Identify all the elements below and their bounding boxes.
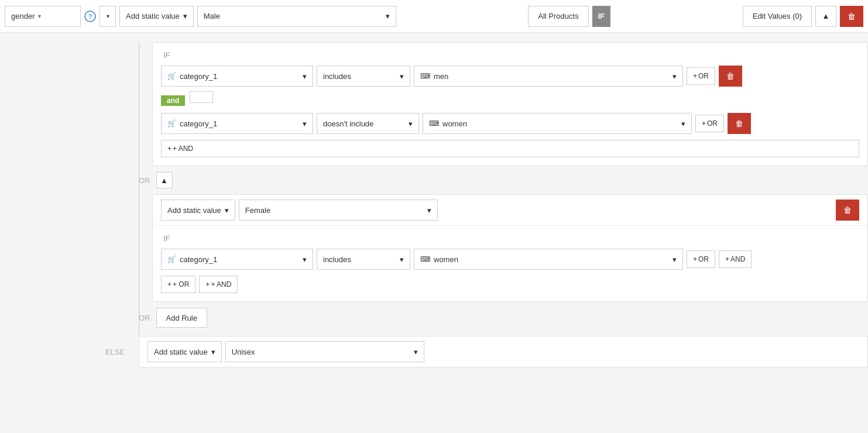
and-btn-label: + AND [173,145,193,153]
else-label: ELSE [105,348,125,356]
or2-content: OR Add Rule [139,308,207,328]
or-button-1[interactable]: + OR [687,67,715,85]
add-static-value-button[interactable]: Add static value ▾ [119,6,194,27]
page-container: gender ▾ ? ▾ Add static value ▾ Male ▾ A… [0,0,868,433]
top-header-row: gender ▾ ? ▾ Add static value ▾ Male ▾ A… [0,0,868,33]
cart-icon: 🛒 [167,255,176,263]
chevron-down-icon: ▾ [400,255,404,264]
operator-1-label: includes [323,72,351,81]
field-select-3[interactable]: 🛒 category_1 ▾ [161,249,313,270]
plus-icon: + [167,280,171,288]
rule-block-1: IF 🛒 category_1 ▾ includes ▾ [0,42,868,166]
bottom-or-button[interactable]: + + OR [161,276,195,293]
or-btn-label: OR [698,72,709,80]
add-and-row-1: + + AND [161,140,859,157]
chevron-down-icon: ▾ [400,72,404,81]
condition-row-1: 🛒 category_1 ▾ includes ▾ ⌨ men [161,66,859,87]
chevron-down-icon: ▾ [681,119,685,128]
or-label-1: OR [139,176,150,185]
value-1-label: men [434,72,448,81]
left-spacer-2 [0,194,152,302]
operator-3-label: includes [323,255,351,264]
rules-container: IF 🛒 category_1 ▾ includes ▾ [0,42,868,367]
or-separator-2: OR Add Rule [0,302,868,334]
delete-icon: 🗑 [726,71,735,81]
chevron-down-icon: ▾ [303,255,307,264]
add-and-button-1[interactable]: + + AND [161,140,859,157]
field-select-2[interactable]: 🛒 category_1 ▾ [161,113,313,134]
chevron-down-icon: ▾ [303,72,307,81]
bottom-or-and-row: + + OR + + AND [161,276,859,293]
add-static-else-button[interactable]: Add static value ▾ [147,341,222,362]
info-icon[interactable]: ? [84,11,96,22]
delete-icon: 🗑 [843,205,852,215]
add-static-else-label: Add static value [154,348,208,356]
operator-select-2[interactable]: doesn't include ▾ [317,113,419,134]
operator-select-3[interactable]: includes ▾ [317,249,410,270]
chevron-down-icon: ▾ [107,13,109,19]
field-select-1[interactable]: 🛒 category_1 ▾ [161,66,313,87]
plus-icon: + [693,72,697,80]
and-label: + AND [211,280,231,288]
delete-rule-button[interactable]: 🗑 [840,6,863,27]
all-products-button[interactable]: All Products [528,6,588,27]
value-2-label: women [442,119,467,128]
else-block: ELSE Add static value ▾ Unisex ▾ [0,336,868,367]
value-female-select[interactable]: Female ▾ [239,200,438,221]
chevron-down-icon: ▾ [673,72,677,81]
add-static-value-button-2[interactable]: Add static value ▾ [161,200,235,221]
delete-icon: 🗑 [848,12,856,21]
delete-rule-2-button[interactable]: 🗑 [836,200,859,221]
chevron-down-icon: ▾ [303,119,307,128]
add-rule-label: Add Rule [166,314,197,322]
if-label-2: IF [161,234,859,243]
or-btn-label: OR [698,255,709,263]
keyboard-icon: ⌨ [420,72,430,80]
operator-2-label: doesn't include [323,119,373,128]
delete-condition-1-button[interactable]: 🗑 [719,66,742,87]
value-female-label: Female [245,206,270,215]
collapse-button[interactable]: ▲ [815,6,836,27]
and-button-inline[interactable]: + AND [719,250,752,268]
field-select-gender[interactable]: gender ▾ [5,6,81,27]
expand-button[interactable]: ▾ [100,6,116,27]
or-separator-1: OR ▲ [0,166,868,194]
chevron-down-icon: ▾ [409,119,413,128]
and-badge: and [161,95,185,106]
chevron-down-icon: ▾ [673,255,677,264]
or-button-2[interactable]: + OR [695,115,724,132]
plus-icon: + [702,119,706,128]
rule-2-header: Add static value ▾ Female ▾ 🗑 [153,195,867,226]
plus-icon: + [167,145,171,153]
bottom-and-button[interactable]: + + AND [199,276,238,293]
keyboard-icon: ⌨ [420,255,430,263]
condition-row-3: 🛒 category_1 ▾ includes ▾ ⌨ [161,249,859,270]
delete-icon: 🗑 [735,119,743,128]
chevron-down-icon: ▾ [38,13,41,19]
add-static-label-2: Add static value [167,206,221,215]
add-rule-button[interactable]: Add Rule [156,308,207,328]
value-unisex-label: Unisex [232,348,255,356]
cart-icon: 🛒 [167,72,176,80]
chevron-down-icon: ▾ [225,206,229,215]
chevron-down-icon: ▾ [386,12,390,20]
and-btn-label: AND [730,255,745,263]
value-field-1[interactable]: ⌨ men ▾ [414,66,683,87]
operator-select-1[interactable]: includes ▾ [317,66,410,87]
gender-label: gender [11,12,35,20]
value-field-2[interactable]: ⌨ women ▾ [423,113,692,134]
else-label-wrapper: ELSE [0,348,139,356]
edit-values-button[interactable]: Edit Values (0) [743,6,812,27]
rule-1-content: IF 🛒 category_1 ▾ includes ▾ [152,42,868,166]
add-static-label: Add static value [126,12,180,20]
value-unisex-select[interactable]: Unisex ▾ [225,341,424,362]
value-male-select[interactable]: Male ▾ [197,6,396,27]
delete-condition-2-button[interactable]: 🗑 [728,113,751,134]
chevron-down-icon: ▾ [211,348,215,356]
if-badge: IF [592,6,611,27]
or-button-3[interactable]: + OR [687,250,715,268]
value-field-3[interactable]: ⌨ women ▾ [414,249,683,270]
or-btn-label: OR [707,119,718,128]
value-3-label: women [434,255,458,264]
or-collapse-button[interactable]: ▲ [156,172,173,188]
